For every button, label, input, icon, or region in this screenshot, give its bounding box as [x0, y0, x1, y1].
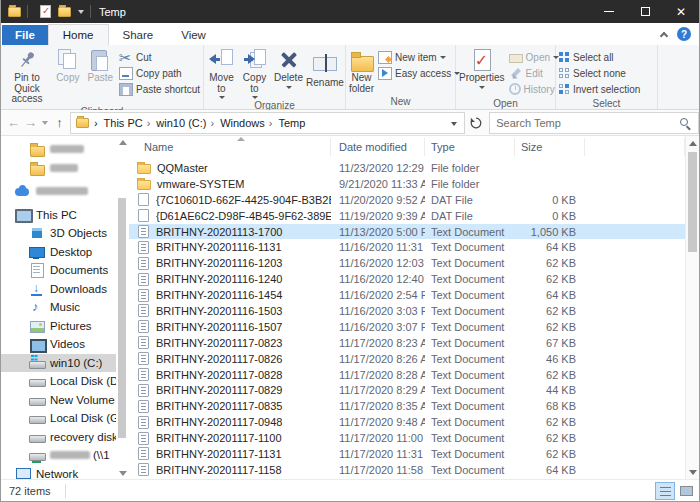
table-row[interactable]: BRITHNY-20201116-1203 11/16/2020 12:03 .…	[129, 255, 685, 271]
copy-button[interactable]: Copy	[52, 47, 84, 105]
sidebar-item[interactable]: (\\1	[1, 446, 116, 465]
recent-locations-button[interactable]	[39, 121, 51, 125]
column-header-date-modified[interactable]: Date modified	[331, 138, 425, 156]
breadcrumb-item[interactable]: Windows ›	[214, 117, 272, 129]
refresh-button[interactable]	[465, 112, 487, 134]
sidebar-item[interactable]: recovery disk (K:)	[1, 428, 116, 447]
sidebar-scrollbar[interactable]	[116, 136, 129, 480]
move-to-button[interactable]: Move to	[205, 47, 238, 99]
history-button[interactable]: History	[509, 81, 559, 97]
invert-selection-button[interactable]: Invert selection	[559, 81, 640, 97]
column-header-size[interactable]: Size	[515, 138, 585, 156]
table-row[interactable]: BRITHNY-20201117-0835 11/17/2020 8:35 AM…	[129, 398, 685, 414]
scroll-up-icon[interactable]	[689, 141, 697, 146]
properties-button[interactable]: Properties	[457, 47, 507, 97]
new-folder-button[interactable]: New folder	[347, 47, 376, 95]
qat-customize-caret-icon[interactable]	[78, 10, 84, 14]
search-input[interactable]: Search Temp	[489, 112, 699, 134]
breadcrumb-item[interactable]: This PC ›	[98, 117, 151, 129]
breadcrumb-item[interactable]: Temp ›	[272, 117, 309, 129]
table-row[interactable]: BRITHNY-20201117-0823 11/17/2020 8:23 AM…	[129, 335, 685, 351]
sidebar-item[interactable]: This PC	[1, 206, 116, 225]
copy-path-button[interactable]: Copy path	[119, 65, 200, 81]
scrollbar-thumb[interactable]	[688, 152, 697, 252]
table-row[interactable]: BRITHNY-20201116-1454 11/16/2020 2:54 PM…	[129, 287, 685, 303]
column-header-name[interactable]: Name	[129, 138, 331, 156]
table-row[interactable]: vmware-SYSTEM 9/21/2020 11:33 AM File fo…	[129, 176, 685, 192]
table-row[interactable]: BRITHNY-20201117-0828 11/17/2020 8:28 AM…	[129, 367, 685, 383]
collapse-ribbon-icon[interactable]	[660, 31, 668, 39]
sidebar-item[interactable]: Pictures	[1, 317, 116, 336]
sidebar-item[interactable]	[1, 159, 116, 178]
open-button[interactable]: Open	[509, 49, 559, 65]
file-type-icon	[138, 416, 149, 429]
breadcrumb[interactable]: › This PC › win10 (C:) › Windows	[70, 112, 465, 134]
tab-share[interactable]: Share	[109, 25, 168, 45]
maximize-button[interactable]	[627, 0, 663, 23]
select-none-button[interactable]: Select none	[559, 65, 640, 81]
table-row[interactable]: BRITHNY-20201117-0826 11/17/2020 8:26 AM…	[129, 351, 685, 367]
table-row[interactable]: QQMaster 11/23/2020 12:29 ... File folde…	[129, 160, 685, 176]
sidebar-item[interactable]: Music	[1, 298, 116, 317]
file-size: 0 KB	[515, 210, 585, 222]
table-row[interactable]: {7C10601D-662F-4425-904F-B3B2BC43E6... 1…	[129, 192, 685, 208]
pin-to-quick-access-button[interactable]: Pin to Quick access	[2, 47, 52, 105]
delete-button[interactable]: Delete	[271, 47, 306, 99]
table-row[interactable]: BRITHNY-20201116-1507 11/16/2020 3:07 PM…	[129, 319, 685, 335]
sidebar-item[interactable]: Videos	[1, 335, 116, 354]
copy-to-button[interactable]: Copy to	[238, 47, 271, 99]
large-icons-view-button[interactable]	[676, 482, 696, 500]
qat-new-folder-icon[interactable]	[58, 7, 71, 17]
table-row[interactable]: BRITHNY-20201117-0829 11/17/2020 8:29 AM…	[129, 382, 685, 398]
scroll-down-icon[interactable]	[119, 471, 127, 476]
up-button[interactable]: ↑	[51, 116, 68, 129]
file-list-scrollbar[interactable]	[685, 136, 699, 480]
file-type: DAT File	[425, 194, 515, 206]
sidebar-item[interactable]	[1, 182, 116, 201]
table-row[interactable]: BRITHNY-20201117-1158 11/17/2020 11:58 .…	[129, 462, 685, 478]
table-row[interactable]: BRITHNY-20201116-1503 11/16/2020 3:03 PM…	[129, 303, 685, 319]
sidebar-item[interactable]: Desktop	[1, 243, 116, 262]
table-row[interactable]: BRITHNY-20201117-1131 11/17/2020 11:31 .…	[129, 446, 685, 462]
sidebar-item[interactable]: Local Disk (G:)	[1, 409, 116, 428]
rename-button[interactable]: Rename	[306, 47, 344, 99]
close-button[interactable]: ✕	[663, 0, 699, 23]
sidebar-item[interactable]: 3D Objects	[1, 224, 116, 243]
cut-button[interactable]: ✂ Cut	[119, 49, 200, 65]
scrollbar-thumb[interactable]	[118, 198, 126, 438]
paste-button[interactable]: Paste	[84, 47, 117, 105]
address-dropdown-icon[interactable]	[451, 122, 457, 126]
table-row[interactable]: BRITHNY-20201117-1100 11/17/2020 11:00 .…	[129, 430, 685, 446]
column-header-type[interactable]: Type	[425, 138, 515, 156]
table-row[interactable]: BRITHNY-20201116-1240 11/16/2020 12:40 .…	[129, 271, 685, 287]
sidebar-item[interactable]: Documents	[1, 261, 116, 280]
tab-view[interactable]: View	[167, 25, 220, 45]
table-row[interactable]: BRITHNY-20201116-1131 11/16/2020 11:31 .…	[129, 239, 685, 255]
sidebar-item[interactable]: Network	[1, 465, 116, 481]
file-name: BRITHNY-20201116-1240	[156, 273, 282, 285]
table-row[interactable]: BRITHNY-20201117-0948 11/17/2020 9:48 AM…	[129, 414, 685, 430]
paste-shortcut-button[interactable]: Paste shortcut	[119, 81, 200, 97]
table-row[interactable]: BRITHNY-20201113-1700 11/13/2020 5:00 PM…	[129, 224, 685, 240]
forward-button[interactable]: →	[22, 116, 39, 129]
tab-home[interactable]: Home	[48, 24, 109, 45]
table-row[interactable]: {D61AE6C2-D98F-4B45-9F62-389EEBB27A... 1…	[129, 208, 685, 224]
easy-access-button[interactable]: Easy access	[378, 65, 460, 81]
qat-properties-icon[interactable]	[40, 5, 51, 18]
tab-file[interactable]: File	[2, 25, 48, 45]
sidebar-item[interactable]	[1, 140, 116, 159]
minimize-button[interactable]	[591, 0, 627, 23]
sidebar-item[interactable]: New Volume (E:)	[1, 391, 116, 410]
scroll-down-icon[interactable]	[689, 470, 697, 475]
help-icon[interactable]: ?	[677, 27, 691, 41]
breadcrumb-item[interactable]: win10 (C:) ›	[150, 117, 214, 129]
edit-button[interactable]: Edit	[509, 65, 559, 81]
details-view-button[interactable]	[655, 482, 675, 500]
scroll-up-icon[interactable]	[119, 140, 127, 145]
sidebar-item[interactable]: Downloads	[1, 280, 116, 299]
sidebar-item[interactable]: Local Disk (D:)	[1, 372, 116, 391]
new-item-button[interactable]: New item	[378, 49, 460, 65]
back-button[interactable]: ←	[5, 116, 22, 129]
sidebar-item[interactable]: win10 (C:)	[1, 354, 116, 373]
select-all-button[interactable]: Select all	[559, 49, 640, 65]
